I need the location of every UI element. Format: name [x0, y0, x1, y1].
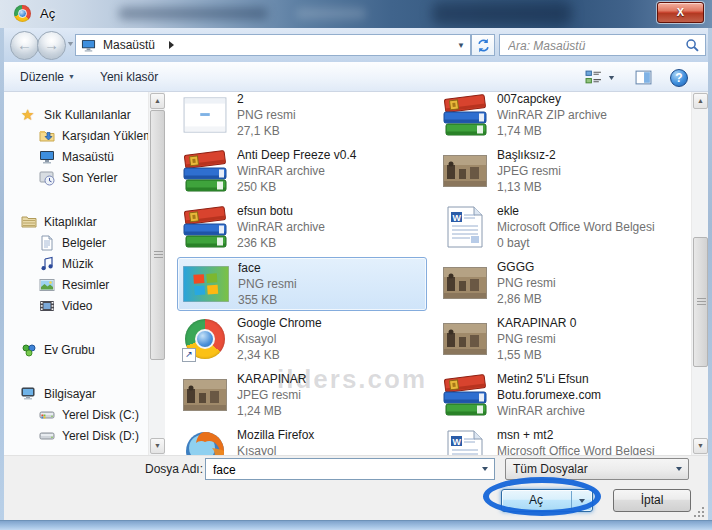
windows-image-icon: [182, 260, 230, 308]
navigation-pane: ★Sık KullanılanlarKarşıdan YüklemelerMas…: [4, 92, 148, 455]
winrar-icon: [181, 147, 229, 195]
photo-icon: [441, 315, 489, 363]
file-item-başlıksız-2[interactable]: Başlıksız-2JPEG resmi1,13 MB: [437, 145, 687, 199]
file-type: PNG resmi: [237, 107, 423, 123]
sidebar-item-label: Video: [62, 299, 92, 313]
sidebar-item-sık-kullanılanlar[interactable]: ★Sık Kullanılanlar: [4, 104, 148, 125]
file-size: 0 bayt: [497, 235, 683, 251]
scrollbar-thumb[interactable]: [150, 110, 165, 360]
firefox-icon: [181, 427, 229, 455]
search-input[interactable]: [506, 36, 678, 56]
file-type: WinRAR archive: [237, 163, 423, 179]
filename-label: Dosya Adı:: [129, 462, 203, 476]
sidebar-item-müzik[interactable]: Müzik: [4, 253, 148, 274]
refresh-button[interactable]: [471, 34, 495, 56]
sidebar-item-masaüstü[interactable]: Masaüstü: [4, 146, 148, 167]
sidebar-item-video[interactable]: Video: [4, 295, 148, 316]
address-dropdown-icon[interactable]: ▼: [452, 41, 470, 50]
sidebar-item-karşıdan-yüklemeler[interactable]: Karşıdan Yüklemeler: [4, 125, 148, 146]
breadcrumb-location[interactable]: Masaüstü: [103, 38, 155, 52]
sidebar-item-label: Bilgisayar: [44, 387, 96, 401]
file-type: Kısayol: [237, 331, 423, 347]
homegroup-icon: [21, 342, 37, 358]
breadcrumb[interactable]: Masaüstü ▼: [75, 34, 471, 56]
file-type: PNG resmi: [238, 276, 424, 292]
winrar-icon: [441, 371, 489, 419]
scroll-up-icon[interactable]: ▲: [150, 93, 165, 109]
chevron-down-icon: ▼: [68, 73, 75, 80]
file-item-msn-mt2[interactable]: Wmsn + mt2Microsoft Office Word Belgesi: [437, 425, 687, 455]
file-item-gggg[interactable]: GGGGPNG resmi2,86 MB: [437, 257, 687, 311]
chrome-icon: ↗: [181, 315, 229, 363]
sidebar-scrollbar[interactable]: ▲ ▼: [148, 92, 165, 455]
file-name: GGGG: [497, 259, 683, 275]
file-item-ekle[interactable]: WekleMicrosoft Office Word Belgesi0 bayt: [437, 201, 687, 255]
sidebar-item-label: Belgeler: [62, 236, 106, 250]
file-item-mozilla-firefox[interactable]: Mozilla FirefoxKısayol: [177, 425, 427, 455]
file-type: Microsoft Office Word Belgesi: [497, 443, 683, 455]
file-item-metin2-5-li-efsun-botu-forumexe-com[interactable]: Metin2 5'Li Efsun Botu.forumexe.comWinRA…: [437, 369, 687, 423]
file-name: Metin2 5'Li Efsun Botu.forumexe.com: [497, 371, 683, 403]
file-name: msn + mt2: [497, 427, 683, 443]
sidebar-item-ev-grubu[interactable]: Ev Grubu: [4, 339, 148, 360]
file-item-efsun-botu[interactable]: efsun botuWinRAR archive236 KB: [177, 201, 427, 255]
titlebar[interactable]: Aç: [0, 0, 712, 29]
views-icon[interactable]: [585, 69, 602, 86]
file-name: Başlıksız-2: [497, 147, 683, 163]
filename-input[interactable]: [211, 460, 473, 480]
scroll-down-icon[interactable]: ▼: [150, 438, 165, 454]
document-icon: [39, 235, 55, 251]
help-button[interactable]: ?: [670, 69, 688, 87]
forward-button[interactable]: →: [37, 31, 66, 60]
download-folder-icon: [39, 128, 55, 144]
scrollbar-thumb[interactable]: [693, 237, 708, 367]
sidebar-item-resimler[interactable]: Resimler: [4, 274, 148, 295]
file-type: WinRAR archive: [497, 403, 683, 419]
window-border-right: [708, 28, 712, 520]
resize-grip[interactable]: [693, 506, 705, 518]
file-item-google-chrome[interactable]: ↗Google ChromeKısayol2,34 KB: [177, 313, 427, 367]
window-border-bottom: [0, 520, 712, 530]
file-item-face[interactable]: facePNG resmi355 KB: [177, 257, 427, 311]
cancel-button[interactable]: İptal: [613, 489, 691, 512]
breadcrumb-arrow-icon[interactable]: [169, 41, 174, 49]
file-item-karapinar[interactable]: KARAPINARJPEG resmi1,24 MB: [177, 369, 427, 423]
search-icon[interactable]: [685, 38, 700, 53]
word-icon: W: [441, 427, 489, 455]
sidebar-item-yerel-disk-c[interactable]: Yerel Disk (C:): [4, 404, 148, 425]
scroll-up-icon[interactable]: ▲: [693, 93, 708, 109]
file-size: 1,24 MB: [237, 403, 423, 419]
organize-menu[interactable]: Düzenle▼: [12, 63, 83, 91]
file-item-007capckey[interactable]: 007capckeyWinRAR ZIP archive1,74 MB: [437, 92, 687, 143]
file-item-karapinar-0[interactable]: KARAPINAR 0PNG resmi1,55 MB: [437, 313, 687, 367]
history-chevron-icon[interactable]: ▼: [66, 40, 75, 47]
sidebar-item-son-yerler[interactable]: Son Yerler: [4, 167, 148, 188]
sidebar-item-label: Son Yerler: [62, 171, 117, 185]
winrar-icon: [181, 203, 229, 251]
preview-pane-icon[interactable]: [635, 69, 652, 86]
back-button[interactable]: ←: [10, 31, 39, 60]
file-item-2[interactable]: 2PNG resmi27,1 KB: [177, 92, 427, 143]
file-name: 007capckey: [497, 92, 683, 107]
file-item-anti-deep-freeze-v0-4[interactable]: Anti Deep Freeze v0.4WinRAR archive250 K…: [177, 145, 427, 199]
file-name: ekle: [497, 203, 683, 219]
file-size: 2,34 KB: [237, 347, 423, 363]
filename-dropdown-icon[interactable]: [477, 460, 493, 478]
file-size: 1,55 MB: [497, 347, 683, 363]
star-icon: ★: [21, 107, 37, 123]
svg-text:W: W: [453, 437, 462, 447]
views-dropdown-icon[interactable]: ▼: [607, 74, 616, 81]
file-size: 236 KB: [237, 235, 423, 251]
sidebar-item-kitaplıklar[interactable]: Kitaplıklar: [4, 211, 148, 232]
scroll-down-icon[interactable]: ▼: [693, 438, 708, 454]
file-list-scrollbar[interactable]: ▲ ▼: [691, 92, 708, 455]
sidebar-item-belgeler[interactable]: Belgeler: [4, 232, 148, 253]
file-size: 1,13 MB: [497, 179, 683, 195]
photo-icon: [181, 371, 229, 419]
desktop-icon: [81, 38, 96, 52]
sidebar-item-yerel-disk-d[interactable]: Yerel Disk (D:): [4, 425, 148, 446]
close-button[interactable]: X: [657, 2, 704, 23]
winrar-icon: [441, 92, 489, 139]
sidebar-item-bilgisayar[interactable]: Bilgisayar: [4, 383, 148, 404]
new-folder-button[interactable]: Yeni klasör: [92, 63, 166, 91]
